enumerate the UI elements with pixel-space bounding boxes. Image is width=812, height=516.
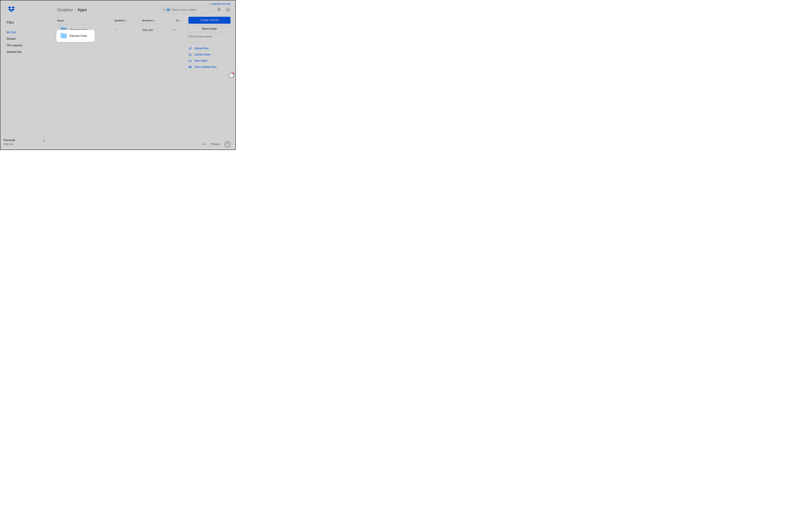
chevron-right-icon: › [75, 8, 76, 12]
svg-rect-7 [190, 47, 191, 49]
new-folder-icon [188, 59, 192, 62]
svg-marker-0 [8, 6, 11, 8]
app-root: ‹ Files My files Shared File requests De… [0, 0, 236, 150]
search-input-wrap[interactable] [161, 6, 212, 13]
dropbox-logo-icon[interactable] [8, 6, 15, 12]
file-members: Only you [142, 28, 170, 32]
app-folder-icon [61, 33, 67, 38]
sidebar-item-my-files[interactable]: My files [0, 29, 49, 35]
svg-line-6 [165, 10, 165, 10]
new-folder-label: New folder [194, 59, 207, 62]
upgrade-account-link[interactable]: Upgrade account [211, 2, 231, 5]
share-folder-button[interactable]: Share folder [188, 25, 231, 32]
row-actions-menu-icon[interactable]: ••• [173, 28, 177, 32]
sidebar-section-files[interactable]: Files [0, 18, 49, 28]
sidebar-item-file-requests[interactable]: File requests [0, 42, 49, 49]
svg-point-8 [190, 67, 191, 67]
view-mode-toggle[interactable]: ☰ ▾ [176, 19, 180, 22]
upload-folder-icon [188, 53, 192, 56]
help-icon[interactable]: ? [225, 141, 231, 147]
search-input[interactable] [171, 8, 210, 11]
upload-folder-link[interactable]: Upload folder [188, 51, 231, 58]
column-header-members-label: Members [142, 19, 153, 22]
file-name: Rakuten Kobo [69, 34, 87, 37]
highlighted-row-name[interactable]: Rakuten Kobo [56, 30, 95, 42]
star-icon: ☆ [207, 2, 210, 5]
list-view-icon: ☰ [176, 19, 178, 22]
breadcrumb: Dropbox › Apps [57, 7, 156, 12]
column-header-name-label: Name [57, 19, 64, 22]
chevron-down-icon: ▾ [126, 20, 126, 22]
search-scope-folder-icon[interactable] [167, 9, 170, 11]
privacy-link[interactable]: Privacy [211, 143, 220, 146]
column-header-modified-label: Modified [115, 19, 124, 22]
access-text: Only you have access [188, 35, 231, 38]
account-switcher[interactable]: Personal Only you ▲▼ [3, 135, 46, 150]
sidebar-item-shared[interactable]: Shared [0, 35, 49, 42]
sort-asc-icon: ↑ [65, 20, 66, 22]
show-deleted-link[interactable]: Show deleted files [188, 64, 231, 70]
divider [188, 42, 231, 42]
column-header-modified[interactable]: Modified ▾ [115, 19, 142, 22]
upload-files-label: Upload files [194, 47, 209, 50]
main: ☆ Upgrade account Dropbox › Apps •• [49, 0, 235, 150]
sync-status-icon[interactable]: ✓ [229, 73, 234, 78]
footer: ••• Privacy ? [202, 141, 231, 147]
svg-point-5 [164, 9, 165, 10]
breadcrumb-root[interactable]: Dropbox [57, 7, 73, 12]
upload-folder-label: Upload folder [194, 53, 211, 56]
notifications-bell-icon[interactable] [217, 8, 221, 12]
file-modified: -- [115, 28, 142, 32]
right-panel: Create new file Share folder Only you ha… [188, 17, 231, 70]
back-chevron-icon[interactable]: ‹ [4, 8, 5, 11]
eye-icon [188, 66, 192, 68]
upload-files-link[interactable]: Upload files [188, 45, 231, 51]
breadcrumb-current: Apps [78, 7, 87, 12]
column-header-members[interactable]: Members ▾ [142, 19, 170, 22]
svg-marker-1 [11, 6, 15, 8]
account-sub: Only you [3, 143, 46, 145]
avatar[interactable]: •• [225, 7, 231, 12]
sidebar-item-deleted-files[interactable]: Deleted files [0, 49, 49, 55]
column-header-name[interactable]: Name ↑ [57, 19, 115, 22]
create-new-file-button[interactable]: Create new file [188, 17, 231, 24]
more-menu-icon[interactable]: ••• [202, 143, 206, 146]
search-icon [163, 8, 166, 11]
new-folder-link[interactable]: New folder [188, 58, 231, 64]
account-name: Personal [3, 138, 46, 142]
chevron-down-icon: ▾ [154, 20, 154, 22]
chevron-down-icon: ▾ [179, 20, 180, 22]
updown-chevron-icon: ▲▼ [43, 139, 45, 142]
sidebar: ‹ Files My files Shared File requests De… [0, 0, 49, 150]
upload-file-icon [188, 47, 192, 50]
show-deleted-label: Show deleted files [194, 65, 217, 69]
